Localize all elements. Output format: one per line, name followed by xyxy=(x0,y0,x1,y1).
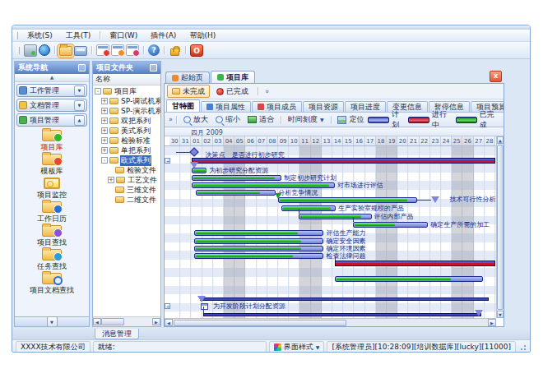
report-export-icon[interactable] xyxy=(126,44,139,56)
document-tab-1[interactable]: 项目库 xyxy=(211,71,255,83)
sidebar-group-2[interactable]: 项目管理▲ xyxy=(16,113,87,127)
chevron-more-icon[interactable]: » xyxy=(263,90,271,94)
gantt-summary-bar[interactable] xyxy=(192,158,495,164)
tree-column-header[interactable]: 名称 xyxy=(93,74,160,85)
menu-item-2[interactable]: 窗口(W) xyxy=(103,30,144,42)
tree-expander-icon[interactable]: + xyxy=(101,118,108,124)
gantt-task-bar[interactable] xyxy=(192,168,207,173)
close-tab-button[interactable]: x xyxy=(490,71,502,82)
gantt-task-bar[interactable] xyxy=(192,182,335,188)
lock-icon[interactable] xyxy=(170,48,179,56)
scroll-right-icon[interactable]: ▶ xyxy=(488,319,496,326)
help-icon[interactable]: ? xyxy=(148,44,160,56)
gantt-summary-bar[interactable] xyxy=(335,261,495,266)
scroll-down-icon[interactable]: ▼ xyxy=(497,311,504,318)
zoom-out-button[interactable]: 缩小 xyxy=(212,113,244,126)
scroll-right-icon[interactable]: ▶ xyxy=(152,318,160,325)
sidebar-item-1[interactable]: 模板库 xyxy=(41,153,63,177)
tree-node-5[interactable]: +检验标准 xyxy=(93,136,160,145)
scrollbar-thumb[interactable] xyxy=(497,145,504,310)
monitor-icon[interactable] xyxy=(24,44,37,57)
chevron-down-icon[interactable]: ▼ xyxy=(47,316,58,327)
tree-node-8[interactable]: 检验文件 xyxy=(93,165,160,175)
gantt-task-bar[interactable] xyxy=(335,276,483,282)
time-scale-dropdown[interactable]: 时间刻度▼ xyxy=(285,113,327,126)
row-expander-icon[interactable]: + xyxy=(165,158,170,164)
pin-icon[interactable] xyxy=(78,64,86,71)
fit-button[interactable]: 适合 xyxy=(244,113,277,126)
gantt-summary-thin-bar[interactable] xyxy=(203,313,481,316)
menu-item-1[interactable]: 工具(T) xyxy=(59,30,98,42)
scroll-left-icon[interactable]: ◀ xyxy=(93,318,101,325)
sidebar-group-1[interactable]: 文档管理▼ xyxy=(16,99,87,112)
gantt-task-bar[interactable] xyxy=(194,230,323,236)
scroll-left-icon[interactable]: ◀ xyxy=(165,319,173,326)
toolbar-overflow-icon[interactable]: » xyxy=(169,116,173,123)
report-alert-icon[interactable] xyxy=(111,44,124,56)
pin-icon[interactable] xyxy=(150,64,157,71)
tree-node-10[interactable]: 三维文件 xyxy=(93,185,160,195)
chevron-icon[interactable]: ▼ xyxy=(74,85,85,96)
task-window-icon[interactable] xyxy=(201,303,208,310)
resize-grip[interactable] xyxy=(519,344,527,351)
ui-style-button[interactable]: 界面样式 ▼ xyxy=(269,341,325,353)
tree-node-9[interactable]: +工艺文件 xyxy=(93,175,160,185)
chevron-icon[interactable]: ▼ xyxy=(74,100,85,111)
tree-horizontal-scrollbar[interactable]: ◀ ▶ xyxy=(93,316,160,326)
report-icon[interactable] xyxy=(96,44,109,56)
gantt-summary-thin-bar[interactable] xyxy=(200,297,489,301)
open-folder-icon[interactable] xyxy=(59,46,72,56)
sidebar-item-4[interactable]: 项目查找 xyxy=(37,224,67,248)
chevron-icon[interactable]: ▲ xyxy=(74,115,85,126)
view-tab-1[interactable]: 项目属性 xyxy=(201,101,251,112)
sidebar-collapsed-group[interactable]: ▼ xyxy=(15,316,89,326)
gantt-task-bar[interactable] xyxy=(281,205,336,211)
menu-item-3[interactable]: 插件(A) xyxy=(144,30,183,42)
toolbar-drag-handle[interactable] xyxy=(16,47,20,54)
tree-expander-icon[interactable]: + xyxy=(101,147,108,154)
scrollbar-thumb[interactable] xyxy=(174,320,346,326)
finished-filter-button[interactable]: 已完成 xyxy=(212,85,253,97)
milestone-triangle-icon[interactable] xyxy=(431,196,439,203)
milestone-triangle-icon[interactable] xyxy=(475,310,483,316)
unfinished-filter-button[interactable]: 未完成 xyxy=(167,85,210,98)
view-tab-3[interactable]: 项目资源 xyxy=(303,101,344,112)
gantt-task-bar[interactable] xyxy=(192,175,281,181)
message-management-tab[interactable]: 消息管理 xyxy=(95,329,139,339)
sidebar-item-6[interactable]: 项目文档查找 xyxy=(30,272,74,296)
window-folder-icon[interactable] xyxy=(74,46,87,56)
tree-node-3[interactable]: +双把系列 xyxy=(93,116,160,126)
scroll-up-icon[interactable]: ▲ xyxy=(497,136,504,144)
view-tab-2[interactable]: 项目成员 xyxy=(252,101,302,112)
globe-icon[interactable] xyxy=(39,44,50,56)
tree-node-0[interactable]: -项目库 xyxy=(93,86,160,96)
sidebar-group-0[interactable]: 工作管理▼ xyxy=(16,84,87,97)
tree-node-4[interactable]: +美式系列 xyxy=(93,126,160,136)
tree-expander-icon[interactable]: + xyxy=(101,98,108,104)
view-tab-0[interactable]: 甘特图 xyxy=(166,99,200,112)
tree-node-2[interactable]: +SP-演示机系 xyxy=(93,106,160,116)
menu-item-4[interactable]: 帮助(H) xyxy=(183,30,222,42)
tree-expander-icon[interactable]: + xyxy=(108,177,114,183)
row-expander-icon[interactable]: + xyxy=(165,303,170,309)
tree-node-1[interactable]: +SP-调试机系 xyxy=(93,96,160,106)
tree-expander-icon[interactable]: + xyxy=(101,127,108,134)
milestone-triangle-icon[interactable] xyxy=(197,296,206,302)
tree-expander-icon[interactable]: + xyxy=(101,137,108,144)
gantt-task-bar[interactable] xyxy=(278,197,417,203)
sidebar-item-3[interactable]: 工作日历 xyxy=(37,201,67,224)
gantt-task-bar[interactable] xyxy=(194,253,323,259)
menu-item-0[interactable]: 系统(S) xyxy=(21,30,59,42)
tree-expander-icon[interactable]: - xyxy=(95,88,101,95)
gantt-horizontal-scrollbar[interactable]: ◀ ▶ xyxy=(165,318,496,326)
gantt-task-bar[interactable] xyxy=(353,222,428,228)
tree-expander-icon[interactable]: - xyxy=(101,157,108,164)
tree-node-11[interactable]: 二维文件 xyxy=(93,195,160,205)
zoom-in-button[interactable]: 放大 xyxy=(180,113,211,126)
logout-icon[interactable]: O xyxy=(190,44,203,57)
sidebar-item-2[interactable]: 项目监控 xyxy=(37,177,67,201)
gantt-task-bar[interactable] xyxy=(194,246,323,251)
locate-button[interactable]: 定位 xyxy=(334,113,367,126)
gantt-task-bar[interactable] xyxy=(196,190,276,196)
tree-node-7[interactable]: -欧式系列 xyxy=(93,155,160,165)
